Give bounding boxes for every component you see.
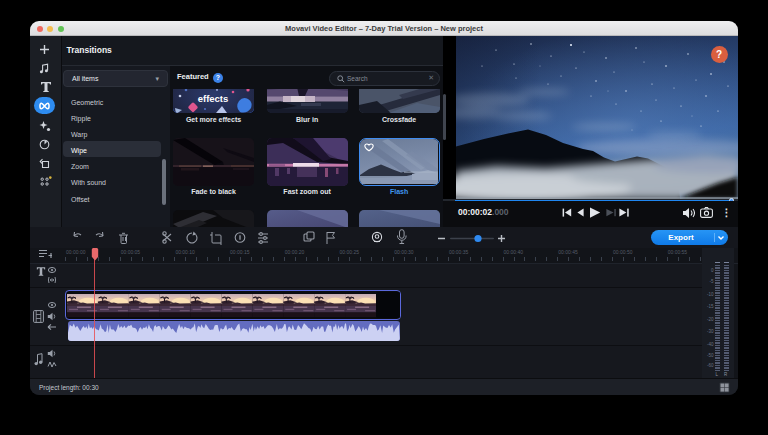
svg-text:effects: effects — [198, 93, 229, 104]
